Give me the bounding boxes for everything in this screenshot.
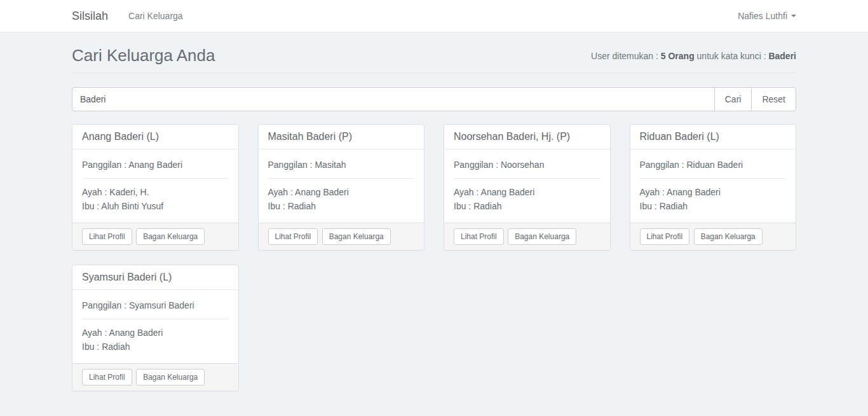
- person-father: Ayah : Anang Baderi: [640, 187, 721, 197]
- person-card: Riduan Baderi (L) Panggilan : Riduan Bad…: [630, 124, 797, 251]
- person-nickname: Panggilan : Riduan Baderi: [640, 158, 787, 171]
- person-mother: Ibu : Radiah: [82, 342, 130, 352]
- family-chart-button[interactable]: Bagan Keluarga: [136, 369, 205, 385]
- search-input[interactable]: [72, 87, 715, 111]
- person-father: Ayah : Anang Baderi: [454, 187, 534, 197]
- divider: [268, 178, 415, 179]
- family-chart-button[interactable]: Bagan Keluarga: [322, 228, 391, 245]
- person-card-body: Panggilan : Anang Baderi Ayah : Kaderi, …: [72, 149, 238, 223]
- brand-link[interactable]: Silsilah: [72, 10, 108, 23]
- navbar: Silsilah Cari Keluarga Nafies Luthfi: [0, 0, 868, 32]
- person-card-footer: Lihat Profil Bagan Keluarga: [72, 223, 238, 250]
- divider: [82, 319, 229, 319]
- view-profile-button[interactable]: Lihat Profil: [640, 228, 690, 245]
- person-parents: Ayah : Anang BaderiIbu : Radiah: [454, 185, 600, 213]
- person-mother: Ibu : Radiah: [640, 201, 688, 211]
- person-parents: Ayah : Kaderi, H.Ibu : Aluh Binti Yusuf: [82, 185, 229, 213]
- result-keyword: Baderi: [768, 51, 796, 61]
- divider: [82, 178, 229, 179]
- person-card-title: Syamsuri Baderi (L): [72, 265, 238, 290]
- person-card-body: Panggilan : Syamsuri Baderi Ayah : Anang…: [72, 290, 238, 363]
- divider: [454, 178, 600, 179]
- person-card-footer: Lihat Profil Bagan Keluarga: [259, 223, 424, 250]
- user-name: Nafies Luthfi: [738, 11, 787, 21]
- search-form: Cari Reset: [72, 87, 796, 111]
- person-nickname: Panggilan : Noorsehan: [454, 158, 600, 171]
- view-profile-button[interactable]: Lihat Profil: [82, 369, 132, 385]
- person-parents: Ayah : Anang BaderiIbu : Radiah: [82, 326, 229, 354]
- person-nickname: Panggilan : Anang Baderi: [82, 158, 229, 171]
- person-card-body: Panggilan : Riduan Baderi Ayah : Anang B…: [630, 149, 796, 223]
- view-profile-button[interactable]: Lihat Profil: [82, 228, 132, 245]
- view-profile-button[interactable]: Lihat Profil: [268, 228, 318, 245]
- person-father: Ayah : Anang Baderi: [268, 187, 349, 197]
- person-nickname: Panggilan : Syamsuri Baderi: [82, 299, 229, 312]
- person-card-title: Riduan Baderi (L): [630, 125, 796, 149]
- view-profile-button[interactable]: Lihat Profil: [454, 228, 504, 245]
- person-card-title: Masitah Baderi (P): [259, 125, 424, 149]
- family-chart-button[interactable]: Bagan Keluarga: [508, 228, 576, 245]
- result-summary-prefix: User ditemukan :: [591, 51, 661, 61]
- person-card-body: Panggilan : Noorsehan Ayah : Anang Bader…: [444, 149, 610, 223]
- person-cards-grid: Anang Baderi (L) Panggilan : Anang Bader…: [72, 124, 796, 416]
- person-parents: Ayah : Anang BaderiIbu : Radiah: [640, 185, 787, 213]
- page-title: Cari Keluarga Anda: [72, 46, 215, 66]
- caret-down-icon: [791, 15, 796, 17]
- person-card-footer: Lihat Profil Bagan Keluarga: [630, 223, 796, 250]
- person-mother: Ibu : Radiah: [268, 201, 316, 211]
- person-card-title: Noorsehan Baderi, Hj. (P): [444, 125, 610, 149]
- search-reset-button[interactable]: Reset: [751, 87, 796, 111]
- search-submit-button[interactable]: Cari: [714, 87, 752, 111]
- person-parents: Ayah : Anang BaderiIbu : Radiah: [268, 185, 415, 213]
- page-header: Cari Keluarga Anda User ditemukan : 5 Or…: [72, 46, 796, 73]
- person-mother: Ibu : Aluh Binti Yusuf: [82, 201, 163, 211]
- person-card-title: Anang Baderi (L): [72, 125, 238, 149]
- result-summary: User ditemukan : 5 Orang untuk kata kunc…: [591, 51, 796, 61]
- person-mother: Ibu : Radiah: [454, 201, 502, 211]
- nav-item-cari-keluarga[interactable]: Cari Keluarga: [128, 11, 183, 21]
- person-card-footer: Lihat Profil Bagan Keluarga: [72, 363, 238, 391]
- result-count: 5 Orang: [661, 51, 695, 61]
- person-card-body: Panggilan : Masitah Ayah : Anang BaderiI…: [259, 149, 424, 223]
- person-card: Masitah Baderi (P) Panggilan : Masitah A…: [258, 124, 425, 251]
- main-content: Cari Keluarga Anda User ditemukan : 5 Or…: [72, 46, 796, 416]
- user-menu-dropdown[interactable]: Nafies Luthfi: [738, 11, 796, 21]
- family-chart-button[interactable]: Bagan Keluarga: [136, 228, 205, 245]
- person-card: Syamsuri Baderi (L) Panggilan : Syamsuri…: [72, 265, 239, 391]
- person-card: Anang Baderi (L) Panggilan : Anang Bader…: [72, 124, 239, 251]
- person-father: Ayah : Kaderi, H.: [82, 187, 149, 197]
- family-chart-button[interactable]: Bagan Keluarga: [694, 228, 763, 245]
- person-nickname: Panggilan : Masitah: [268, 158, 415, 171]
- person-father: Ayah : Anang Baderi: [82, 328, 163, 338]
- person-card-footer: Lihat Profil Bagan Keluarga: [444, 223, 610, 250]
- divider: [640, 178, 787, 179]
- person-card: Noorsehan Baderi, Hj. (P) Panggilan : No…: [444, 124, 611, 251]
- result-summary-middle: untuk kata kunci :: [695, 51, 769, 61]
